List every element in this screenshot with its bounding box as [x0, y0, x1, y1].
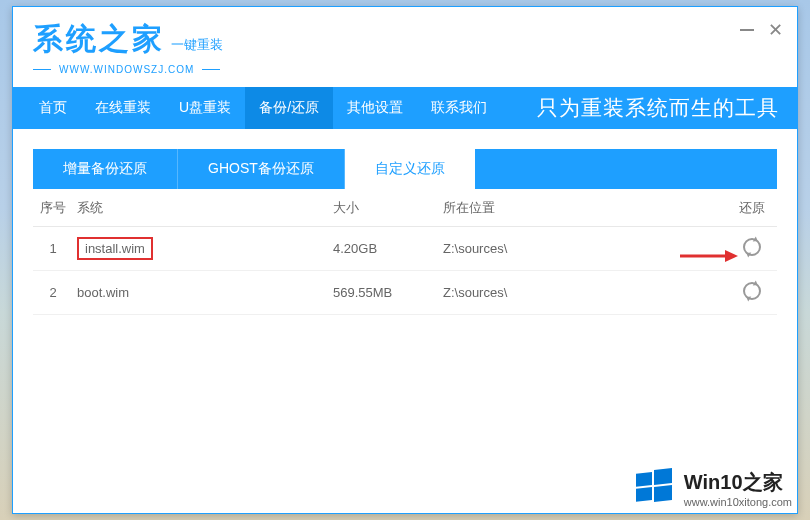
nav-usb-reinstall[interactable]: U盘重装: [165, 87, 245, 129]
table-row: 2 boot.wim 569.55MB Z:\sources\: [33, 271, 777, 315]
vendor-url-text: WWW.WINDOWSZJ.COM: [59, 64, 194, 75]
nav-other-settings[interactable]: 其他设置: [333, 87, 417, 129]
row-system: boot.wim: [73, 285, 333, 300]
svg-rect-4: [636, 487, 652, 502]
row-index: 2: [33, 285, 73, 300]
watermark-url: www.win10xitong.com: [684, 496, 792, 508]
content-area: 增量备份还原 GHOST备份还原 自定义还原 序号 系统 大小 所在位置 还原 …: [13, 129, 797, 335]
app-title: 系统之家: [33, 19, 165, 60]
col-header-size: 大小: [333, 199, 443, 217]
minimize-button[interactable]: [740, 29, 754, 31]
col-header-index: 序号: [33, 199, 73, 217]
tab-custom-restore[interactable]: 自定义还原: [345, 149, 475, 189]
tab-incremental-backup[interactable]: 增量备份还原: [33, 149, 178, 189]
row-action: [727, 238, 777, 259]
col-header-action: 还原: [727, 199, 777, 217]
svg-rect-2: [636, 472, 652, 487]
row-action: [727, 282, 777, 303]
restore-icon[interactable]: [743, 238, 761, 256]
filename: boot.wim: [77, 285, 129, 300]
table-header: 序号 系统 大小 所在位置 还原: [33, 189, 777, 227]
vendor-url: WWW.WINDOWSZJ.COM: [33, 64, 777, 75]
row-location: Z:\sources\: [443, 285, 727, 300]
watermark-title: Win10之家: [684, 469, 792, 496]
col-header-system: 系统: [73, 199, 333, 217]
svg-rect-3: [654, 468, 672, 485]
tab-ghost-backup[interactable]: GHOST备份还原: [178, 149, 345, 189]
highlighted-filename: install.wim: [77, 237, 153, 260]
app-window: 系统之家 一键重装 WWW.WINDOWSZJ.COM ✕ 首页 在线重装 U盘…: [12, 6, 798, 514]
table-row: 1 install.wim 4.20GB Z:\sources\: [33, 227, 777, 271]
nav-tagline: 只为重装系统而生的工具: [537, 94, 779, 122]
top-nav: 首页 在线重装 U盘重装 备份/还原 其他设置 联系我们 只为重装系统而生的工具: [13, 87, 797, 129]
titlebar: 系统之家 一键重装 WWW.WINDOWSZJ.COM ✕: [13, 7, 797, 87]
subtabs: 增量备份还原 GHOST备份还原 自定义还原: [33, 149, 777, 189]
app-subtitle: 一键重装: [171, 37, 223, 52]
restore-icon[interactable]: [743, 282, 761, 300]
row-size: 4.20GB: [333, 241, 443, 256]
row-index: 1: [33, 241, 73, 256]
nav-home[interactable]: 首页: [25, 87, 81, 129]
nav-contact[interactable]: 联系我们: [417, 87, 501, 129]
svg-rect-5: [654, 485, 672, 502]
nav-online-reinstall[interactable]: 在线重装: [81, 87, 165, 129]
col-header-location: 所在位置: [443, 199, 727, 217]
nav-backup-restore[interactable]: 备份/还原: [245, 87, 333, 129]
row-size: 569.55MB: [333, 285, 443, 300]
row-system: install.wim: [73, 237, 333, 260]
watermark: Win10之家 www.win10xitong.com: [634, 468, 792, 508]
close-button[interactable]: ✕: [768, 21, 783, 39]
windows-logo-icon: [634, 468, 674, 508]
row-location: Z:\sources\: [443, 241, 727, 256]
